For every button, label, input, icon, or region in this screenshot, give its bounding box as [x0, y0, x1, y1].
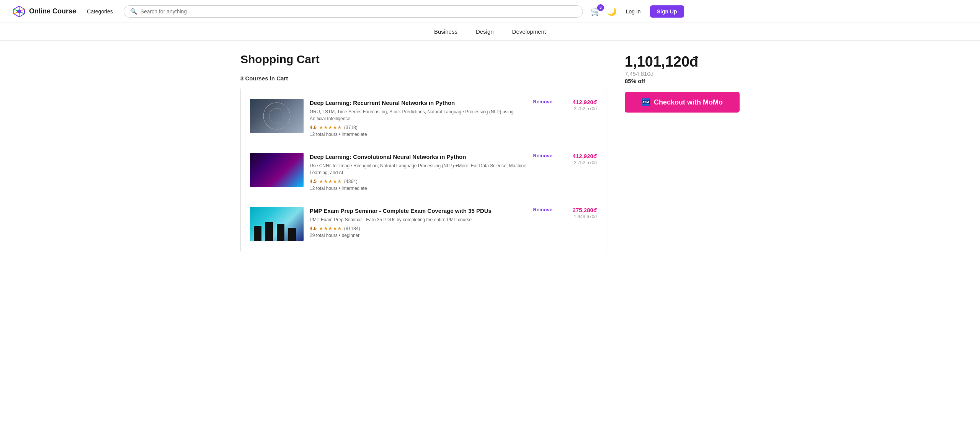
course-title: Deep Learning: Convolutional Neural Netw…	[310, 153, 527, 161]
subnav-item-design[interactable]: Design	[476, 28, 494, 35]
original-price: 1,949,670đ	[559, 214, 597, 219]
logo-text: Online Course	[29, 7, 76, 15]
price-area: 412,920đ 2,752,570đ	[559, 153, 597, 165]
course-title: Deep Learning: Recurrent Neural Networks…	[310, 99, 527, 107]
cart-section: Shopping Cart 3 Courses in Cart Deep Lea…	[240, 53, 606, 252]
cart-item: Deep Learning: Convolutional Neural Netw…	[241, 145, 606, 199]
cart-item: Deep Learning: Recurrent Neural Networks…	[241, 91, 606, 145]
login-button[interactable]: Log In	[623, 8, 644, 15]
svg-point-0	[17, 10, 21, 13]
cart-items-list: Deep Learning: Recurrent Neural Networks…	[240, 88, 606, 252]
course-info: PMP Exam Prep Seminar - Complete Exam Co…	[310, 207, 527, 238]
course-info: Deep Learning: Recurrent Neural Networks…	[310, 99, 527, 137]
header: Online Course Categories 🔍 🛒 3 🌙 Log In …	[0, 0, 980, 23]
course-meta: 12 total hours • intermediate	[310, 186, 527, 191]
cart-item: PMP Exam Prep Seminar - Complete Exam Co…	[241, 199, 606, 249]
course-rating: 4.6 ★★★★★ (3718)	[310, 124, 527, 130]
course-info: Deep Learning: Convolutional Neural Netw…	[310, 153, 527, 191]
course-description: Use CNNs for Image Recognition, Natural …	[310, 162, 527, 176]
search-icon: 🔍	[130, 8, 137, 15]
logo: Online Course	[12, 5, 76, 18]
course-thumbnail	[250, 99, 304, 133]
current-price: 412,920đ	[559, 153, 597, 159]
rating-score: 4.6	[310, 225, 317, 231]
main-content: Shopping Cart 3 Courses in Cart Deep Lea…	[222, 41, 758, 265]
course-meta: 12 total hours • intermediate	[310, 132, 527, 137]
checkout-icon: 🏧	[642, 98, 650, 106]
rating-count: (4364)	[344, 179, 358, 184]
current-price: 275,280đ	[559, 207, 597, 213]
signup-button[interactable]: Sign Up	[650, 5, 684, 18]
stars-icon: ★★★★★	[319, 225, 342, 231]
discount-percentage: 85% off	[625, 78, 740, 84]
subnav-item-development[interactable]: Development	[512, 28, 546, 35]
course-thumbnail	[250, 153, 304, 187]
checkout-panel: 1,101,120đ 7,454,810đ 85% off 🏧 Checkout…	[625, 53, 740, 113]
subnav: Business Design Development	[0, 23, 980, 41]
logo-icon	[12, 5, 26, 18]
checkout-button[interactable]: 🏧 Checkout with MoMo	[625, 92, 740, 113]
course-meta: 29 total hours • beginner	[310, 233, 527, 238]
course-rating: 4.5 ★★★★★ (4364)	[310, 178, 527, 184]
stars-icon: ★★★★★	[319, 178, 342, 184]
header-right: 🛒 3 🌙 Log In Sign Up	[591, 5, 684, 18]
rating-score: 4.6	[310, 124, 317, 130]
search-input[interactable]	[140, 8, 577, 15]
cart-button[interactable]: 🛒 3	[591, 7, 601, 16]
remove-button[interactable]: Remove	[533, 207, 552, 212]
categories-button[interactable]: Categories	[84, 8, 116, 15]
total-price: 1,101,120đ	[625, 54, 740, 69]
total-original-price: 7,454,810đ	[625, 70, 740, 77]
stars-icon: ★★★★★	[319, 124, 342, 130]
current-price: 412,920đ	[559, 99, 597, 105]
rating-count: (3718)	[344, 125, 358, 130]
course-description: GRU, LSTM, Time Series Forecasting, Stoc…	[310, 108, 527, 122]
course-description: PMP Exam Prep Seminar - Earn 35 PDUs by …	[310, 216, 527, 223]
search-bar: 🔍	[124, 5, 583, 18]
cart-count: 3 Courses in Cart	[240, 75, 606, 82]
theme-toggle-button[interactable]: 🌙	[607, 7, 617, 16]
original-price: 2,752,570đ	[559, 106, 597, 111]
page-title: Shopping Cart	[240, 53, 606, 66]
checkout-label: Checkout with MoMo	[654, 98, 723, 106]
course-title: PMP Exam Prep Seminar - Complete Exam Co…	[310, 207, 527, 215]
course-thumbnail	[250, 207, 304, 241]
course-rating: 4.6 ★★★★★ (81184)	[310, 225, 527, 231]
rating-score: 4.5	[310, 178, 317, 184]
remove-button[interactable]: Remove	[533, 153, 552, 158]
price-area: 412,920đ 2,752,570đ	[559, 99, 597, 111]
original-price: 2,752,570đ	[559, 160, 597, 165]
subnav-item-business[interactable]: Business	[434, 28, 457, 35]
rating-count: (81184)	[344, 226, 360, 231]
remove-button[interactable]: Remove	[533, 99, 552, 105]
price-area: 275,280đ 1,949,670đ	[559, 207, 597, 219]
cart-badge: 3	[597, 4, 604, 11]
